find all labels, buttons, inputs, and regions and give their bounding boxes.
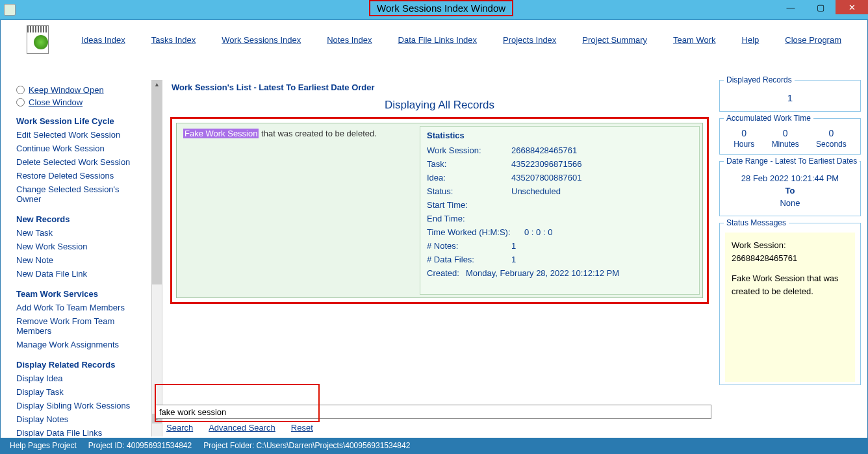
- sidebar-scrollbar[interactable]: ▲ ▼: [151, 80, 162, 436]
- menu-tasks-index[interactable]: Tasks Index: [151, 32, 196, 47]
- menubar: Ideas Index Tasks Index Work Sessions In…: [1, 20, 867, 59]
- main-panel: Work Session's List - Latest To Earliest…: [162, 80, 717, 436]
- keep-window-open-row[interactable]: Keep Window Open: [16, 85, 142, 95]
- sidebar: Keep Window Open Close Window Work Sessi…: [1, 80, 151, 436]
- sidebar-restore-sessions[interactable]: Restore Deleted Sessions: [16, 171, 142, 181]
- sidebar-display-notes[interactable]: Display Notes: [16, 414, 142, 424]
- reset-button[interactable]: Reset: [291, 423, 313, 433]
- stat-status-label: Status:: [427, 186, 511, 196]
- menu-notes-index[interactable]: Notes Index: [327, 32, 372, 47]
- app-body: Ideas Index Tasks Index Work Sessions In…: [0, 19, 868, 454]
- statusbar-project-id: Project ID: 400956931534842: [88, 441, 192, 450]
- date-range-from: 28 Feb 2022 10:21:44 PM: [725, 173, 855, 183]
- seconds-value: 0: [816, 128, 847, 138]
- date-range-title: Date Range - Latest To Earliest Dates: [724, 157, 860, 166]
- minutes-label: Minutes: [772, 140, 799, 149]
- displaying-all-label: Displaying All Records: [168, 99, 711, 112]
- status-messages-group: Status Messages Work Session: 2668842846…: [719, 223, 861, 385]
- keep-window-open-label[interactable]: Keep Window Open: [29, 85, 104, 95]
- menu-close-program[interactable]: Close Program: [785, 32, 841, 47]
- search-buttons: Search Advanced Search Reset: [155, 419, 711, 436]
- menu-ideas-index[interactable]: Ideas Index: [81, 32, 125, 47]
- related-records-heading: Display Related Records: [16, 360, 142, 370]
- list-header: Work Session's List - Latest To Earliest…: [172, 82, 711, 92]
- sidebar-add-team-work[interactable]: Add Work To Team Members: [16, 303, 142, 312]
- scroll-thumb[interactable]: [152, 90, 162, 284]
- date-range-to-value: None: [725, 198, 855, 208]
- app-icon: [4, 4, 16, 16]
- hours-value: 0: [734, 128, 754, 138]
- lifecycle-heading: Work Session Life Cycle: [16, 116, 142, 126]
- stat-status-value: Unscheduled: [511, 186, 561, 196]
- record-highlight-box: Fake Work Session that was created to be…: [170, 117, 709, 304]
- stat-worksession-label: Work Session:: [427, 145, 511, 155]
- search-area: Search Advanced Search Reset: [155, 405, 711, 436]
- record-rest-text: that was created to be deleted.: [259, 129, 376, 138]
- sidebar-new-note[interactable]: New Note: [16, 255, 142, 265]
- new-records-heading: New Records: [16, 214, 142, 224]
- menu-work-sessions-index[interactable]: Work Sessions Index: [222, 32, 301, 47]
- sidebar-edit-session[interactable]: Edit Selected Work Session: [16, 130, 142, 140]
- stat-notes-value: 1: [511, 241, 516, 251]
- stat-end-label: End Time:: [427, 214, 511, 223]
- status-line1: Work Session: 26688428465761: [732, 239, 849, 264]
- displayed-records-title: Displayed Records: [724, 75, 795, 84]
- displayed-records-group: Displayed Records 1: [719, 80, 861, 112]
- close-window-label[interactable]: Close Window: [29, 97, 83, 107]
- sidebar-display-task[interactable]: Display Task: [16, 387, 142, 397]
- statistics-panel: Statistics Work Session:26688428465761 T…: [420, 126, 700, 295]
- displayed-records-value: 1: [725, 90, 855, 106]
- sidebar-delete-session[interactable]: Delete Selected Work Session: [16, 157, 142, 167]
- sidebar-manage-assignments[interactable]: Manage Work Assignments: [16, 340, 142, 349]
- stat-files-label: # Data Files:: [427, 255, 511, 264]
- right-column: Displayed Records 1 Accumulated Work Tim…: [717, 80, 867, 436]
- stat-idea-label: Idea:: [427, 173, 511, 183]
- sidebar-display-siblings[interactable]: Display Sibling Work Sessions: [16, 401, 142, 410]
- stat-files-value: 1: [511, 255, 516, 264]
- menu-projects-index[interactable]: Projects Index: [503, 32, 556, 47]
- maximize-button[interactable]: ▢: [806, 0, 836, 14]
- stat-task-label: Task:: [427, 159, 511, 169]
- sidebar-new-datafile-link[interactable]: New Data File Link: [16, 269, 142, 279]
- team-services-heading: Team Work Services: [16, 289, 142, 299]
- sidebar-display-datafiles[interactable]: Display Data File Links: [16, 428, 142, 436]
- calendar-clock-icon: [27, 25, 49, 54]
- advanced-search-button[interactable]: Advanced Search: [209, 423, 275, 433]
- keep-window-open-radio[interactable]: [16, 86, 25, 94]
- content-row: Keep Window Open Close Window Work Sessi…: [1, 80, 867, 436]
- sidebar-display-idea[interactable]: Display Idea: [16, 373, 142, 383]
- stat-start-label: Start Time:: [427, 200, 511, 210]
- record-highlight-text: Fake Work Session: [183, 129, 259, 138]
- minimize-button[interactable]: —: [776, 0, 806, 14]
- minutes-value: 0: [772, 128, 799, 138]
- status-messages-title: Status Messages: [724, 218, 789, 227]
- close-window-row[interactable]: Close Window: [16, 97, 142, 107]
- sidebar-new-work-session[interactable]: New Work Session: [16, 242, 142, 251]
- accumulated-time-title: Accumulated Work Time: [724, 114, 813, 123]
- stat-worked-label: Time Worked (H:M:S):: [427, 227, 524, 237]
- scroll-up-icon[interactable]: ▲: [152, 80, 162, 90]
- sidebar-remove-team-work[interactable]: Remove Work From Team Members: [16, 316, 142, 336]
- menu-help[interactable]: Help: [742, 32, 760, 47]
- close-button[interactable]: ✕: [836, 0, 868, 14]
- seconds-label: Seconds: [816, 140, 847, 149]
- statusbar-project-folder: Project Folder: C:\Users\Darren\Projects…: [203, 441, 410, 450]
- search-input[interactable]: [155, 405, 711, 419]
- sidebar-new-task[interactable]: New Task: [16, 228, 142, 238]
- date-range-to-label: To: [725, 186, 855, 195]
- date-range-group: Date Range - Latest To Earliest Dates 28…: [719, 161, 861, 216]
- stat-worked-value: 0 : 0 : 0: [524, 227, 552, 237]
- menu-project-summary[interactable]: Project Summary: [582, 32, 647, 47]
- menu-team-work[interactable]: Team Work: [673, 32, 716, 47]
- search-button[interactable]: Search: [166, 423, 193, 433]
- close-window-radio[interactable]: [16, 98, 25, 107]
- record-card[interactable]: Fake Work Session that was created to be…: [176, 123, 703, 298]
- window-controls: — ▢ ✕: [776, 0, 868, 14]
- statistics-title: Statistics: [427, 131, 693, 140]
- sidebar-continue-session[interactable]: Continue Work Session: [16, 144, 142, 153]
- accumulated-time-group: Accumulated Work Time 0Hours 0Minutes 0S…: [719, 118, 861, 155]
- menu-datafile-links-index[interactable]: Data File Links Index: [398, 32, 477, 47]
- status-messages-box: Work Session: 26688428465761 Fake Work S…: [725, 233, 855, 382]
- stat-created-label: Created:: [427, 268, 466, 278]
- sidebar-change-owner[interactable]: Change Selected Session's Owner: [16, 184, 142, 204]
